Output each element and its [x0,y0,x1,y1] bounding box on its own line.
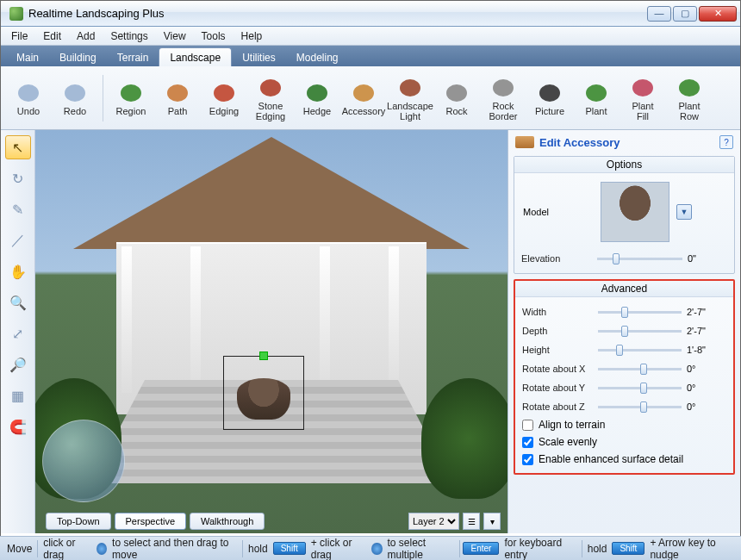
svg-point-1 [65,84,85,102]
select-tool[interactable]: ↖ [5,135,31,159]
accessory-button[interactable]: Accessory [341,71,386,126]
picture-button[interactable]: Picture [527,71,572,126]
properties-panel: Edit Accessory ? Options Model ▼ Elevati… [507,130,740,533]
rock-border-button[interactable]: Rock Border [481,71,526,126]
rock-button[interactable]: Rock [434,71,479,126]
svg-point-14 [679,79,700,96]
edging-icon [210,79,238,105]
stone-edging-icon [257,74,284,100]
ribbon-toolbar: UndoRedoRegionPathEdgingStone EdgingHedg… [1,66,740,130]
snap-tool[interactable]: 🧲 [5,414,31,439]
minimize-button[interactable]: — [647,6,671,22]
undo-button[interactable]: Undo [6,71,51,126]
svg-point-4 [214,84,234,102]
tab-modeling[interactable]: Modeling [286,48,349,66]
viewtab-walkthrough[interactable]: Walkthrough [190,513,265,530]
tab-main[interactable]: Main [6,48,49,66]
slider[interactable] [598,330,682,333]
viewport-3d[interactable]: Top-DownPerspectiveWalkthrough Layer 2 ☰… [35,130,507,533]
options-header[interactable]: Options [514,157,734,173]
check-align-to-terrain[interactable]: Align to terrain [522,416,726,433]
svg-point-12 [586,84,607,102]
left-toolstrip: ↖↻✎／✋🔍⤢🔎▦🧲 [1,130,35,533]
menu-tools[interactable]: Tools [195,28,233,44]
advanced-header[interactable]: Advanced [515,281,733,297]
orbit-tool[interactable]: ↻ [5,166,31,190]
redo-button[interactable]: Redo [53,71,97,126]
shift-key-icon: Shift [612,542,644,555]
close-button[interactable]: ✕ [699,6,737,22]
layer-visibility-button[interactable]: ☰ [463,513,480,530]
model-thumbnail[interactable] [601,182,669,242]
stone-edging-button[interactable]: Stone Edging [248,71,293,126]
prop-rotate-about-x: Rotate about X0° [522,359,726,378]
help-button[interactable]: ? [719,135,733,149]
slider[interactable] [598,311,682,314]
grid-tool[interactable]: ▦ [5,383,31,408]
prop-rotate-about-y: Rotate about Y0° [522,378,726,397]
tab-utilities[interactable]: Utilities [232,48,286,66]
accessory-icon [515,136,534,148]
edging-button[interactable]: Edging [202,71,246,126]
prop-depth: Depth2'-7" [522,321,726,340]
plant-row-icon [676,74,703,100]
region-icon [117,79,145,105]
menu-add[interactable]: Add [70,28,102,44]
landscape-light-icon [396,74,424,100]
tab-terrain[interactable]: Terrain [107,48,159,66]
menu-settings[interactable]: Settings [103,28,154,44]
advanced-section: Advanced Width2'-7"Depth2'-7"Height1'-8"… [514,279,735,475]
layer-controls: Layer 2 ☰ ▾ [408,513,501,530]
edit-points-tool[interactable]: ✎ [5,197,31,221]
cursor-icon [371,543,382,555]
plant-row-button[interactable]: Plant Row [667,71,712,126]
navigation-orb[interactable] [42,420,125,502]
landscape-light-button[interactable]: Landscape Light [388,71,433,126]
menu-edit[interactable]: Edit [36,28,68,44]
plant-button[interactable]: Plant [574,71,619,126]
slider[interactable] [598,349,682,352]
zoom-selection-tool[interactable]: 🔎 [5,352,31,376]
menu-view[interactable]: View [157,28,193,44]
svg-point-8 [400,79,420,96]
zoom-in-tool[interactable]: 🔍 [5,290,31,314]
svg-point-3 [167,84,188,102]
menu-file[interactable]: File [4,28,34,44]
viewtab-top-down[interactable]: Top-Down [46,513,111,530]
options-section: Options Model ▼ Elevation 0" [514,156,735,274]
maximize-button[interactable]: ▢ [673,6,697,22]
view-tabs: Top-DownPerspectiveWalkthrough [46,513,265,530]
tab-landscape[interactable]: Landscape [159,47,232,66]
plant-fill-button[interactable]: Plant Fill [620,71,665,126]
svg-point-2 [121,84,141,102]
check-enable-enhanced-surface-detail[interactable]: Enable enhanced surface detail [522,451,726,468]
path-icon [164,79,191,105]
shift-key-icon: Shift [273,542,306,555]
line-tool[interactable]: ／ [5,228,31,252]
layer-dropdown-button[interactable]: ▾ [483,513,501,530]
gazebo-roof [73,137,470,249]
toolbar-tabs: MainBuildingTerrainLandscapeUtilitiesMod… [1,46,740,66]
path-button[interactable]: Path [155,71,200,126]
selection-rect[interactable] [223,356,304,430]
tab-building[interactable]: Building [49,48,107,66]
svg-point-9 [446,84,467,102]
slider[interactable] [598,387,682,389]
menu-bar: FileEditAddSettingsViewToolsHelp [1,27,740,46]
enter-key-icon: Enter [463,542,499,555]
hedge-icon [303,79,331,105]
menu-help[interactable]: Help [234,28,270,44]
elevation-slider[interactable] [597,258,682,260]
zoom-extents-tool[interactable]: ⤢ [5,321,31,345]
plant-fill-icon [629,74,657,100]
status-mode: Move [5,543,34,555]
slider[interactable] [598,368,682,370]
slider[interactable] [598,406,682,408]
model-dropdown-button[interactable]: ▼ [676,204,692,220]
pan-tool[interactable]: ✋ [5,259,31,283]
check-scale-evenly[interactable]: Scale evenly [522,433,726,451]
region-button[interactable]: Region [109,71,153,126]
layer-select[interactable]: Layer 2 [408,513,459,530]
viewtab-perspective[interactable]: Perspective [115,513,186,530]
hedge-button[interactable]: Hedge [295,71,339,126]
